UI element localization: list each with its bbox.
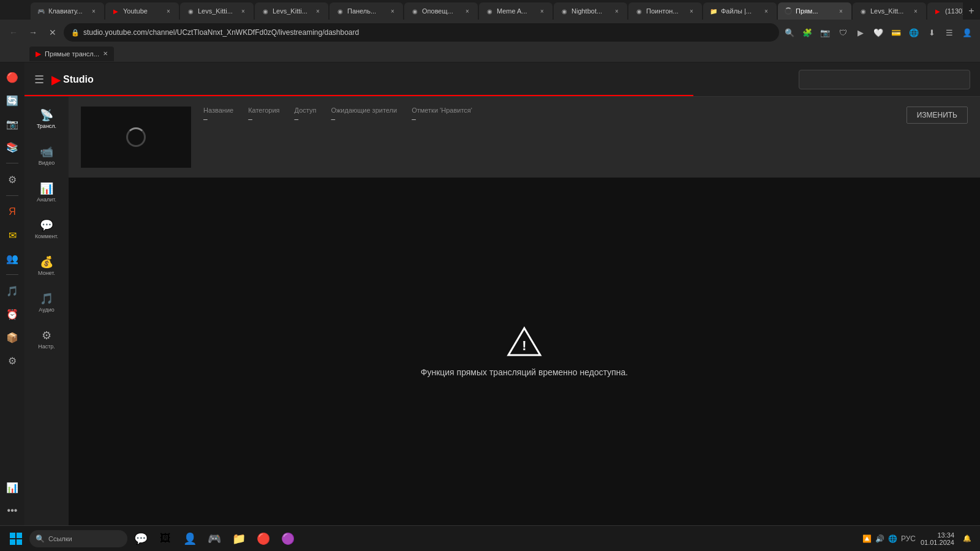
tab-8[interactable]: ◉Nightbot...× (554, 2, 627, 20)
sidebar-music-icon[interactable]: 🎵 (2, 281, 22, 301)
tab-close-12[interactable]: × (911, 7, 920, 15)
sidebar-history-icon[interactable]: ⏰ (2, 304, 22, 324)
notification-icon[interactable]: 🔔 (959, 531, 975, 547)
yt-search-bar[interactable] (799, 70, 970, 89)
sidebar-prefs-icon[interactable]: ⚙ (2, 351, 22, 370)
tab-2[interactable]: ▶Youtube× (105, 2, 179, 20)
sidebar-refresh-icon[interactable]: 🔄 (2, 91, 22, 110)
svg-rect-4 (10, 539, 15, 545)
tab-6[interactable]: ◉Оповещ...× (404, 2, 478, 20)
sidebar-camera-icon[interactable]: 📷 (2, 114, 22, 133)
stream-edit-button[interactable]: ИЗМЕНИТЬ (907, 107, 968, 124)
taskbar-app-purple[interactable]: 🟣 (277, 528, 299, 550)
tab-close-6[interactable]: × (463, 7, 472, 15)
yt-videos-label: Видео (39, 160, 55, 166)
tab-close-11[interactable]: × (837, 7, 845, 15)
tray-network-icon[interactable]: 🌐 (888, 534, 897, 543)
taskbar-app-game[interactable]: 🎮 (203, 528, 225, 550)
tray-volume-icon[interactable]: 🔊 (875, 534, 884, 543)
yt-studio-page: ☰ ▶ Studio 📡 Трансл. 📹 (24, 62, 980, 525)
tab-close-8[interactable]: × (612, 7, 621, 15)
tab-close-1[interactable]: × (89, 7, 98, 15)
svg-text:!: ! (522, 338, 526, 353)
tab-13[interactable]: ▶(1130) Ч...× (927, 2, 963, 20)
yt-nav-comments[interactable]: 💬 Коммент. (27, 212, 66, 246)
tab-7[interactable]: ◉Meme A...× (479, 2, 552, 20)
tab-favicon-3: ◉ (186, 7, 195, 15)
taskbar-tray: 🔼 🔊 🌐 РУС (862, 534, 916, 543)
tab-close-9[interactable]: × (687, 7, 696, 15)
new-tab-button[interactable]: + (963, 2, 980, 20)
back-button[interactable]: ← (5, 24, 22, 41)
tab-3[interactable]: ◉Levs_Kitti...× (180, 2, 254, 20)
nav-actions: 🔍 🧩 📷 🛡 ▶ 🤍 💳 🌐 ⬇ ☰ 👤 (782, 24, 975, 40)
sidebar-mail-icon[interactable]: ✉ (2, 225, 22, 245)
tab-10[interactable]: 📁Файлы |...× (703, 2, 777, 20)
taskbar-app-gallery[interactable]: 🖼 (154, 528, 176, 550)
tab-close-5[interactable]: × (388, 7, 397, 15)
heart-icon[interactable]: 🤍 (870, 24, 886, 40)
sidebar-users-icon[interactable]: 👥 (2, 249, 22, 268)
taskbar-app-whatsapp[interactable]: 💬 (130, 528, 152, 550)
yt-studio-logo: ▶ Studio (51, 72, 94, 87)
shield-icon[interactable]: 🛡 (835, 24, 851, 40)
yt-videos-icon: 📹 (40, 145, 53, 159)
screenshot-icon[interactable]: 📷 (817, 24, 833, 40)
yt-nav-videos[interactable]: 📹 Видео (27, 138, 66, 173)
sidebar-stats-icon[interactable]: 📊 (2, 478, 22, 497)
tab-9[interactable]: ◉Поинтон...× (628, 2, 702, 20)
taskbar-time[interactable]: 13:34 01.01.2024 (921, 531, 954, 546)
profile-icon[interactable]: 👤 (959, 24, 975, 40)
sidebar-home-icon[interactable]: 🔴 (2, 67, 22, 87)
tab-favicon-1: 🎮 (37, 7, 45, 15)
sidebar-more-icon[interactable]: ••• (2, 501, 22, 520)
yt-nav-audio[interactable]: 🎵 Аудио (27, 285, 66, 320)
address-bar[interactable]: 🔒 studio.youtube.com/channel/UCztTloaNnx… (64, 23, 779, 42)
taskbar-search[interactable]: 🔍 Ссылки (29, 530, 127, 547)
tab-4[interactable]: ◉Levs_Kitti...× (255, 2, 328, 20)
tab-1[interactable]: 🎮Клавиату...× (31, 2, 104, 20)
forward-button[interactable]: → (24, 24, 42, 41)
tab-close-2[interactable]: × (164, 7, 173, 15)
yt-settings-label: Настр. (38, 343, 55, 350)
page-tab-close[interactable]: ✕ (103, 50, 108, 57)
tab-list: 🎮Клавиату...×▶Youtube×◉Levs_Kitti...×◉Le… (31, 2, 963, 20)
search-action-icon[interactable]: 🔍 (782, 24, 797, 40)
stream-field-category: Категория – (248, 107, 279, 124)
translate-icon[interactable]: 🌐 (906, 24, 922, 40)
yt-monetize-icon: 💰 (40, 255, 53, 269)
yt-nav-settings[interactable]: ⚙ Настр. (27, 322, 66, 356)
tab-5[interactable]: ◉Панель...× (330, 2, 403, 20)
sidebar-bookmarks-icon[interactable]: 📚 (2, 137, 22, 157)
yt-nav-live[interactable]: 📡 Трансл. (27, 102, 66, 136)
tab-close-10[interactable]: × (762, 7, 771, 15)
tab-11[interactable]: Прям...× (778, 2, 851, 20)
yt-nav-analytics[interactable]: 📊 Аналит. (27, 175, 66, 209)
tab-label-2: Youtube (123, 7, 148, 15)
yt-settings-icon: ⚙ (42, 329, 51, 342)
play-icon[interactable]: ▶ (853, 24, 869, 40)
sidebar-settings-icon[interactable]: ⚙ (2, 170, 22, 189)
tab-close-7[interactable]: × (538, 7, 546, 15)
yt-nav-monetize[interactable]: 💰 Монет. (27, 249, 66, 283)
extensions-icon[interactable]: 🧩 (799, 24, 815, 40)
taskbar-app-red[interactable]: 🔴 (252, 528, 274, 550)
taskbar-app-files[interactable]: 📁 (228, 528, 250, 550)
wallet-icon[interactable]: 💳 (888, 24, 904, 40)
tab-close-3[interactable]: × (239, 7, 247, 15)
tab-favicon-12: ◉ (859, 7, 867, 15)
tray-lang-icon[interactable]: РУС (901, 534, 916, 543)
tab-close-4[interactable]: × (314, 7, 322, 15)
stream-field-name: Название – (203, 107, 233, 124)
stream-access-label: Доступ (295, 107, 317, 114)
taskbar-app-user[interactable]: 👤 (179, 528, 201, 550)
reload-button[interactable]: ✕ (44, 24, 61, 41)
yt-hamburger-menu[interactable]: ☰ (34, 73, 44, 86)
start-button[interactable] (5, 528, 27, 550)
tab-12[interactable]: ◉Levs_Kitt...× (853, 2, 926, 20)
tray-chevron-icon[interactable]: 🔼 (862, 534, 872, 543)
menu-icon[interactable]: ☰ (941, 24, 957, 40)
sidebar-packages-icon[interactable]: 📦 (2, 328, 22, 347)
sidebar-yandex-icon[interactable]: Я (2, 202, 22, 222)
download-icon[interactable]: ⬇ (924, 24, 940, 40)
